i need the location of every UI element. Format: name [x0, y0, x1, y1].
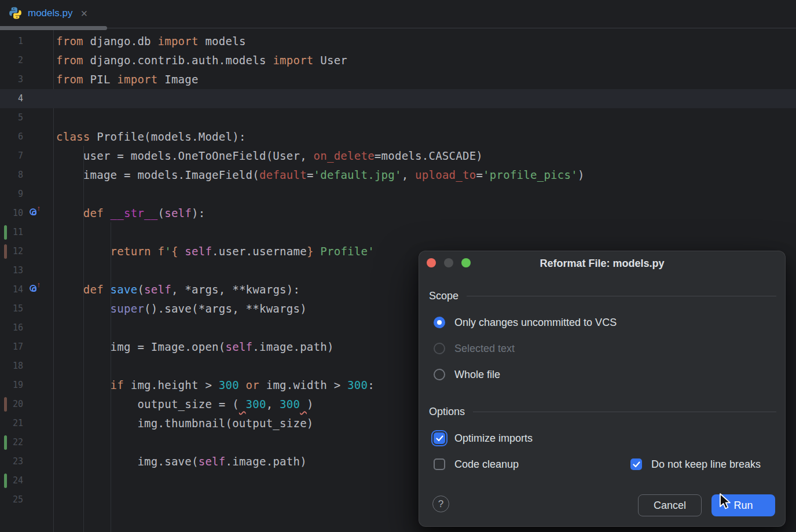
editor-tab-bar: models.py ×	[0, 0, 796, 26]
code-line[interactable]: 2from django.contrib.auth.models import …	[0, 51, 796, 70]
line-number[interactable]: 20	[0, 395, 23, 414]
line-number[interactable]: 8	[0, 166, 23, 185]
python-icon	[9, 6, 22, 20]
tab-label: models.py	[28, 8, 72, 19]
code-text: user = models.OneToOneField(User, on_del…	[56, 146, 483, 166]
radio-button	[434, 343, 445, 354]
code-text: from PIL import Image	[56, 70, 199, 89]
code-text: img.save(self.image.path)	[56, 452, 307, 471]
code-text: if img.height > 300 or img.width > 300:	[56, 376, 375, 395]
section-divider	[467, 296, 776, 296]
code-line[interactable]: 11	[0, 223, 796, 242]
line-number[interactable]: 15	[0, 299, 23, 318]
checkbox-label: Code cleanup	[454, 458, 519, 471]
tab-close-icon[interactable]: ×	[80, 8, 87, 19]
radio-label: Whole file	[454, 369, 500, 381]
active-tab-indicator	[0, 26, 107, 30]
question-mark-icon: ?	[438, 498, 443, 510]
code-line[interactable]: 8 image = models.ImageField(default='def…	[0, 166, 796, 185]
code-line[interactable]: 3from PIL import Image	[0, 70, 796, 89]
code-line[interactable]: 6class Profile(models.Model):	[0, 127, 796, 146]
scope-section-header: Scope	[429, 288, 776, 303]
options-label: Options	[429, 406, 465, 418]
line-number[interactable]: 19	[0, 376, 23, 395]
radio-label: Selected text	[454, 343, 515, 355]
line-number[interactable]: 21	[0, 414, 23, 433]
line-number[interactable]: 1	[0, 32, 23, 51]
line-number[interactable]: 7	[0, 146, 23, 166]
checkbox-option-code-cleanup[interactable]: Code cleanup	[434, 457, 519, 472]
scope-label: Scope	[429, 290, 458, 302]
code-text: image = models.ImageField(default='defau…	[56, 166, 585, 185]
code-text: from django.contrib.auth.models import U…	[56, 51, 347, 70]
radio-option-only-changes-uncommitted-to-vcs[interactable]: Only changes uncommitted to VCS	[434, 315, 617, 330]
checkbox-option-do-not-keep-line-breaks[interactable]: Do not keep line breaks	[630, 457, 761, 472]
reformat-file-dialog: Reformat File: models.py Scope Only chan…	[419, 251, 786, 527]
close-window-button[interactable]	[427, 258, 436, 267]
minimize-window-button[interactable]	[444, 258, 453, 267]
line-number[interactable]: 10	[0, 204, 23, 223]
line-number[interactable]: 11	[0, 223, 23, 242]
code-line[interactable]: 7 user = models.OneToOneField(User, on_d…	[0, 146, 796, 166]
checkmark-icon	[633, 461, 640, 468]
code-text: img.thumbnail(output_size)	[56, 414, 314, 433]
checkbox-label: Do not keep line breaks	[651, 458, 761, 471]
line-number[interactable]: 25	[0, 490, 23, 509]
section-divider	[473, 412, 776, 412]
radio-option-selected-text: Selected text	[434, 341, 515, 356]
checkmark-icon	[436, 435, 443, 442]
line-number[interactable]: 18	[0, 357, 23, 376]
line-number[interactable]: 17	[0, 337, 23, 357]
radio-button[interactable]	[434, 369, 445, 380]
checkbox-label: Optimize imports	[454, 432, 533, 445]
overrides-method-icon[interactable]	[30, 208, 36, 215]
code-text: def __str__(self):	[56, 204, 205, 223]
code-line[interactable]: 9	[0, 185, 796, 204]
radio-button[interactable]	[434, 317, 445, 328]
line-number[interactable]: 5	[0, 108, 23, 127]
checkbox[interactable]	[434, 458, 445, 470]
line-number[interactable]: 6	[0, 127, 23, 146]
cancel-button[interactable]: Cancel	[638, 494, 702, 516]
tab-models-py[interactable]: models.py ×	[0, 0, 94, 26]
line-number[interactable]: 24	[0, 471, 23, 490]
code-text: img = Image.open(self.image.path)	[56, 337, 334, 357]
line-number[interactable]: 16	[0, 318, 23, 337]
code-line[interactable]: 4	[0, 89, 796, 108]
code-line[interactable]: 10 def __str__(self):	[0, 204, 796, 223]
line-number[interactable]: 4	[0, 89, 23, 108]
code-line[interactable]: 1from django.db import models	[0, 32, 796, 51]
run-button[interactable]: Run	[711, 494, 775, 516]
options-section-header: Options	[429, 404, 776, 419]
dialog-title: Reformat File: models.py	[465, 255, 739, 271]
code-text: def save(self, *args, **kwargs):	[56, 280, 300, 299]
line-number[interactable]: 12	[0, 242, 23, 261]
line-number[interactable]: 13	[0, 261, 23, 280]
tab-bar-divider	[0, 28, 796, 28]
line-number[interactable]: 2	[0, 51, 23, 70]
line-number[interactable]: 3	[0, 70, 23, 89]
line-number[interactable]: 23	[0, 452, 23, 471]
line-number[interactable]: 9	[0, 185, 23, 204]
checkbox-option-optimize-imports[interactable]: Optimize imports	[434, 431, 533, 446]
help-button[interactable]: ?	[432, 496, 449, 512]
line-number[interactable]: 22	[0, 433, 23, 452]
radio-option-whole-file[interactable]: Whole file	[434, 367, 500, 382]
checkbox[interactable]	[630, 458, 642, 470]
line-number[interactable]: 14	[0, 280, 23, 299]
checkbox[interactable]	[434, 432, 445, 444]
window-controls	[427, 258, 471, 267]
code-line[interactable]: 5	[0, 108, 796, 127]
code-text: from django.db import models	[56, 32, 246, 51]
code-text: return f'{ self.user.username} Profile'	[56, 242, 375, 261]
code-text: output_size = ( 300, 300 )	[56, 395, 314, 414]
radio-label: Only changes uncommitted to VCS	[454, 317, 617, 329]
code-text: class Profile(models.Model):	[56, 127, 246, 146]
overrides-method-icon[interactable]	[30, 285, 36, 292]
code-text: super().save(*args, **kwargs)	[56, 299, 307, 318]
